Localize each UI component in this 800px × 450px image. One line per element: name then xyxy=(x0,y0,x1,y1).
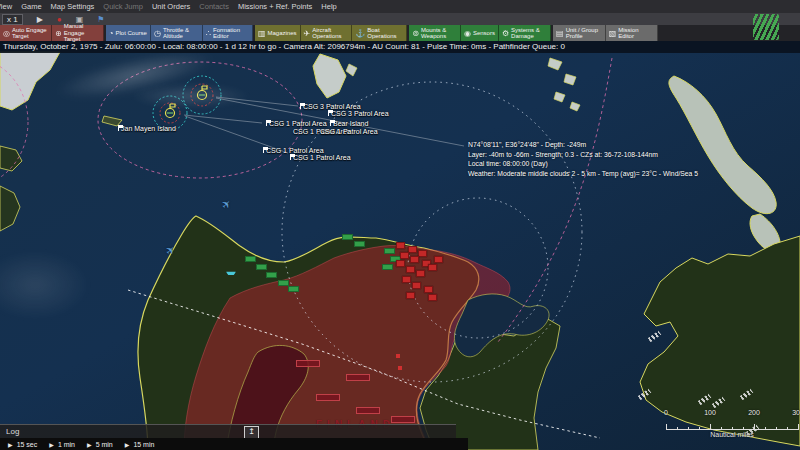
flag-marker-icon xyxy=(266,120,267,126)
sensors-button[interactable]: ◉Sensors xyxy=(461,25,499,41)
hostile-unit-icon[interactable] xyxy=(412,282,421,289)
friendly-installation-icon[interactable] xyxy=(288,286,299,292)
map-scale-bar: Nautical miles 0100200300 xyxy=(662,407,800,441)
hostile-unit-icon[interactable] xyxy=(424,286,433,293)
friendly-installation-icon[interactable] xyxy=(382,264,393,270)
airfield-runway-icon[interactable] xyxy=(648,331,662,343)
hostile-unit-icon[interactable] xyxy=(428,264,437,271)
boat-operations-button[interactable]: ⚓Boat Operations xyxy=(352,25,407,41)
hostile-facility-nameplate[interactable] xyxy=(356,407,380,414)
hostile-facility-nameplate[interactable] xyxy=(296,360,320,367)
friendly-installation-icon[interactable] xyxy=(354,241,365,247)
friendly-installation-icon[interactable] xyxy=(342,234,353,240)
manual-engage-target-button[interactable]: ⊕Manual Engage Target xyxy=(52,25,104,41)
magazines-button[interactable]: ▥Magazines xyxy=(255,25,301,41)
map-overlay-layer: FINLAND CSG 3 Patrol AreaCSG 3 Patrol Ar… xyxy=(0,0,800,450)
hostile-unit-icon[interactable] xyxy=(402,276,411,283)
hostile-unit-icon[interactable] xyxy=(396,260,405,267)
mission-editor-button[interactable]: ▧Mission Editor xyxy=(606,25,659,41)
gear-icon: ⚙ xyxy=(502,29,509,38)
mount-icon: ⊚ xyxy=(412,29,419,38)
toolbar-button-label: Aircraft Operations xyxy=(312,27,348,40)
toolbar: ◎Auto Engage Target⊕Manual Engage Target… xyxy=(0,25,800,41)
hostile-unit-icon[interactable] xyxy=(428,294,437,301)
scale-tick-label: 0 xyxy=(664,409,668,416)
time-step-button-5-min[interactable]: ▶5 min xyxy=(87,441,113,448)
menu-item-help[interactable]: Help xyxy=(321,2,336,11)
menu-item-unit-orders[interactable]: Unit Orders xyxy=(152,2,190,11)
scale-tick-label: 300 xyxy=(792,409,800,416)
play-icon[interactable]: ▶ xyxy=(37,14,43,25)
friendly-aircraft-icon[interactable]: ✈ xyxy=(219,197,235,213)
airfield-runway-icon[interactable] xyxy=(698,394,712,406)
plot-course-button[interactable]: ◔Plot Course xyxy=(106,25,151,41)
map-label-csg-3-patrol-area: CSG 3 Patrol Area xyxy=(300,103,361,110)
map-label-text: CSG 1 Patrol Area xyxy=(293,154,351,161)
menu-item-missions-ref-points[interactable]: Missions + Ref. Points xyxy=(238,2,312,11)
cloud-wisp xyxy=(0,250,90,320)
formation-editor-button[interactable]: ∴Formation Editor xyxy=(203,25,253,41)
time-step-label: 5 min xyxy=(96,441,113,448)
hostile-marker-icon[interactable] xyxy=(396,354,400,358)
scale-tick-mark xyxy=(688,427,689,430)
time-compression-value[interactable]: x 1 xyxy=(2,14,23,25)
map-label-text: CSG 3 Patrol Area xyxy=(331,110,389,117)
scale-ruler xyxy=(666,429,798,430)
hostile-facility-nameplate[interactable] xyxy=(346,374,370,381)
time-step-label: 1 min xyxy=(58,441,75,448)
time-step-button-1-min[interactable]: ▶1 min xyxy=(49,441,75,448)
scale-tick-mark xyxy=(798,424,799,430)
airfield-runway-icon[interactable] xyxy=(740,389,754,401)
menu-item-game[interactable]: Game xyxy=(21,2,41,11)
hostile-unit-icon[interactable] xyxy=(396,242,405,249)
cursor-tooltip-line: Weather: Moderate middle clouds 2 - 5 km… xyxy=(468,170,698,177)
friendly-installation-icon[interactable] xyxy=(384,248,395,254)
aircraft-operations-button[interactable]: ✈Aircraft Operations xyxy=(301,25,353,41)
time-step-button-15-min[interactable]: ▶15 min xyxy=(125,441,155,448)
time-step-button-15-sec[interactable]: ▶15 sec xyxy=(8,441,37,448)
map-label-csg-1-patrol-area: CSG 1 Patrol Area xyxy=(290,154,351,161)
diagonal-stripes-icon[interactable] xyxy=(753,14,779,40)
menu-item-contacts[interactable]: Contacts xyxy=(199,2,229,11)
play-step-icon: ▶ xyxy=(8,441,13,448)
hostile-unit-icon[interactable] xyxy=(434,256,443,263)
toolbar-button-label: Mounts & Weapons xyxy=(421,27,457,40)
log-panel-title: Log xyxy=(6,427,19,436)
menu-item-quick-jump[interactable]: Quick Jump xyxy=(103,2,143,11)
hostile-unit-icon[interactable] xyxy=(406,266,415,273)
friendly-installation-icon[interactable] xyxy=(245,256,256,262)
scale-tick-mark xyxy=(787,427,788,430)
map-label-text: CSG 3 Patrol Area xyxy=(303,103,361,110)
map-label-text: Bear Island xyxy=(333,120,368,127)
friendly-aircraft-icon[interactable]: ✈ xyxy=(163,243,179,259)
play-step-icon: ▶ xyxy=(87,441,92,448)
hostile-unit-icon[interactable] xyxy=(400,252,409,259)
hostile-unit-icon[interactable] xyxy=(408,246,417,253)
mounts-weapons-button[interactable]: ⊚Mounts & Weapons xyxy=(409,25,461,41)
hostile-facility-nameplate[interactable] xyxy=(391,416,415,423)
throttle-altitude-button[interactable]: ◷Throttle & Altitude xyxy=(151,25,203,41)
scale-tick-mark xyxy=(732,427,733,430)
hostile-unit-icon[interactable] xyxy=(410,256,419,263)
flag-marker-icon xyxy=(300,103,301,109)
hostile-facility-nameplate[interactable] xyxy=(316,394,340,401)
hostile-unit-icon[interactable] xyxy=(416,270,425,277)
menu-item-view[interactable]: View xyxy=(0,2,12,11)
record-icon[interactable]: ● xyxy=(57,14,62,25)
friendly-ship-icon[interactable] xyxy=(226,270,236,275)
hostile-unit-icon[interactable] xyxy=(418,250,427,257)
menu-item-map-settings[interactable]: Map Settings xyxy=(51,2,95,11)
toolbar-button-label: Mission Editor xyxy=(618,27,654,40)
map-label-bear-island: Bear Island xyxy=(330,120,368,127)
hostile-unit-icon[interactable] xyxy=(406,292,415,299)
friendly-installation-icon[interactable] xyxy=(256,264,267,270)
airfield-runway-icon[interactable] xyxy=(638,389,652,401)
systems-damage-button[interactable]: ⚙Systems & Damage xyxy=(499,25,551,41)
hostile-marker-icon[interactable] xyxy=(398,366,402,370)
map-label-text: CSG 1 Patrol Area xyxy=(266,147,324,154)
unit-group-profile-button[interactable]: ▤Unit / Group Profile xyxy=(553,25,606,41)
app-window: FINLAND CSG 3 Patrol AreaCSG 3 Patrol Ar… xyxy=(0,0,800,450)
time-step-buttons: ▶15 sec▶1 min▶5 min▶15 min xyxy=(0,438,468,450)
friendly-installation-icon[interactable] xyxy=(266,272,277,278)
auto-engage-target-button[interactable]: ◎Auto Engage Target xyxy=(0,25,52,41)
